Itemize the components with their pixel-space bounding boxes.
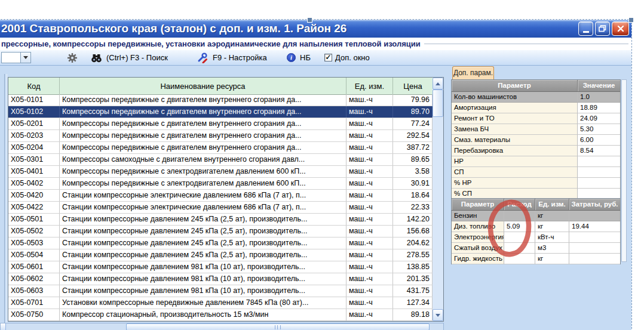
table-row[interactable]: X05-0504Станции компрессорные давлением … <box>8 249 433 261</box>
cell-code: X05-0601 <box>8 261 60 273</box>
combobox-dropdown-button[interactable] <box>20 53 30 63</box>
panel-right-strip <box>621 79 627 262</box>
cell-code: X05-0501 <box>8 214 60 225</box>
table-row[interactable]: X05-0102Компрессоры передвижные с двигат… <box>8 106 433 118</box>
cell-price: 204.62 <box>393 238 433 249</box>
close-button[interactable] <box>612 21 629 36</box>
table-row[interactable]: X05-0503Станции компрессорные давлением … <box>8 238 433 249</box>
table-row[interactable]: X05-0602Станции компрессорные давлением … <box>8 273 433 285</box>
cell-value: 1.0 <box>578 92 620 103</box>
cell-unit: кг <box>535 254 569 264</box>
column-header-price[interactable]: Цена <box>393 78 433 94</box>
table-row[interactable]: X05-0502Станции компрессорные давлением … <box>8 226 433 238</box>
cell-code: X05-0201 <box>8 118 60 129</box>
table-row[interactable]: Гидр. жидкостькг <box>452 254 620 264</box>
settings-menu-item[interactable]: F9 - Настройка <box>213 50 267 65</box>
table-row[interactable]: X05-0422Станции компрессорные электричес… <box>8 202 433 214</box>
table-row[interactable]: X05-0201Компрессоры передвижные с двигат… <box>8 118 433 130</box>
table-row[interactable]: X05-0101Компрессоры передвижные с двигат… <box>8 94 433 106</box>
column-header-name[interactable]: Наименование ресурса <box>60 78 346 94</box>
table-row[interactable]: X05-0601Станции компрессорные давлением … <box>8 261 433 273</box>
cell-value <box>578 178 620 189</box>
table-row[interactable]: % НР <box>452 178 620 189</box>
cell-costs <box>569 243 620 254</box>
cell-unit: маш.-ч <box>346 297 393 309</box>
nb-label[interactable]: НБ <box>300 50 311 65</box>
cell-code: X05-0502 <box>8 226 60 237</box>
cell-name: Станции компрессорные электрические давл… <box>60 190 346 201</box>
column-header-unit2[interactable]: Ед. изм. <box>535 199 569 210</box>
filter-combobox[interactable] <box>1 52 31 63</box>
scroll-left-stub[interactable] <box>1 323 6 330</box>
cell-code: X05-0101 <box>8 94 60 106</box>
minimize-button[interactable] <box>578 21 593 36</box>
vertical-scrollbar[interactable] <box>433 78 443 321</box>
table-row[interactable]: X05-0501Станции компрессорные давлением … <box>8 214 433 226</box>
column-header-value[interactable]: Значение <box>578 80 620 91</box>
cell-value: 18.89 <box>578 103 620 113</box>
column-header-consumption[interactable]: Расход <box>504 199 535 210</box>
cell-unit: маш.-ч <box>346 202 393 213</box>
info-icon[interactable]: i <box>287 53 296 62</box>
gear-icon[interactable] <box>68 53 77 63</box>
column-header-unit[interactable]: Ед. изм. <box>346 78 393 94</box>
table-row[interactable]: Сжатый воздухм3 <box>452 243 620 254</box>
table-row[interactable]: X05-0203Компрессоры передвижные с двигат… <box>8 130 433 142</box>
search-menu-item[interactable]: (Ctrl+) F3 - Поиск <box>106 50 168 65</box>
cell-name: Компрессоры передвижные с двигателем вну… <box>60 118 346 129</box>
table-row[interactable]: СП <box>452 167 620 178</box>
horizontal-scrollbar[interactable] <box>0 323 444 330</box>
table-row[interactable]: Амортизация18.89 <box>452 103 620 113</box>
table-row[interactable]: X05-0402Компрессоры передвижные с электр… <box>8 178 433 190</box>
dop-window-checkbox-label[interactable]: Доп. окно <box>335 50 370 65</box>
column-header-param2[interactable]: Параметр <box>452 199 504 210</box>
title-bar[interactable]: 2001 Ставропольского края (эталон) с доп… <box>0 20 631 38</box>
table-row[interactable]: X05-0204Компрессоры передвижные с двигат… <box>8 142 433 154</box>
cell-code: X05-0602 <box>8 273 60 285</box>
table-row[interactable]: Ремонт и ТО24.09 <box>452 113 620 124</box>
dop-window-checkbox[interactable]: ✓ <box>324 54 332 61</box>
scroll-up-button[interactable] <box>433 78 443 90</box>
table-row[interactable]: Перебазировка8.54 <box>452 146 620 156</box>
scroll-down-button[interactable] <box>433 309 443 321</box>
table-row[interactable]: X05-0603Станции компрессорные давлением … <box>8 285 433 297</box>
table-row[interactable]: X05-0701Установки компрессорные передвиж… <box>8 297 433 309</box>
scrollbar-thumb[interactable] <box>433 90 443 117</box>
consumption-table-header: Параметр Расход Ед. изм. Затраты, руб. <box>452 199 620 211</box>
cell-param: Сжатый воздух <box>452 243 504 254</box>
column-header-costs[interactable]: Затраты, руб. <box>569 199 620 210</box>
selection-handle-top[interactable] <box>307 17 312 23</box>
cell-name: Компрессор стационарный, производительно… <box>60 309 346 320</box>
cell-costs <box>569 232 620 243</box>
horizontal-scrollbar-thumb[interactable] <box>126 323 430 330</box>
params-table-header: Параметр Значение <box>452 80 620 92</box>
cell-costs: 19.44 <box>569 221 620 232</box>
table-row[interactable]: X05-0301Компрессоры самоходные с двигате… <box>8 154 433 166</box>
minimize-icon <box>583 31 589 33</box>
cell-param: Смаз. материалы <box>452 135 578 146</box>
table-row[interactable]: Бензинкг <box>452 211 620 221</box>
table-row[interactable]: Кол-во машинистов1.0 <box>452 92 620 103</box>
chevron-down-icon <box>23 56 28 59</box>
cell-unit: маш.-ч <box>346 285 393 297</box>
cell-unit: маш.-ч <box>346 238 393 249</box>
restore-button[interactable] <box>595 21 610 36</box>
table-row[interactable]: X05-0420Станции компрессорные электричес… <box>8 190 433 202</box>
table-row[interactable]: Замена БЧ5.30 <box>452 124 620 135</box>
column-header-code[interactable]: Код <box>8 78 60 94</box>
table-row[interactable]: НР <box>452 156 620 167</box>
binoculars-search-icon[interactable] <box>91 54 102 63</box>
table-row[interactable]: ЭлектроэнергиякВт-ч <box>452 232 620 243</box>
table-row[interactable]: Смаз. материалы6.00 <box>452 135 620 146</box>
window-title: 2001 Ставропольского края (эталон) с доп… <box>1 20 563 38</box>
selection-handle-top-right[interactable] <box>628 17 634 23</box>
tab-dop-param[interactable]: Доп. парам. <box>452 66 494 79</box>
cell-unit: маш.-ч <box>346 178 393 189</box>
table-row[interactable]: X05-0750Компрессор стационарный, произво… <box>8 309 433 321</box>
settings-wrench-icon[interactable] <box>197 53 208 63</box>
table-row[interactable]: Диз. топливо5.09кг19.44 <box>452 221 620 232</box>
column-header-param[interactable]: Параметр <box>452 80 578 91</box>
cell-param: Диз. топливо <box>452 221 504 232</box>
table-row[interactable]: X05-0401Компрессоры передвижные с электр… <box>8 166 433 178</box>
cell-code: X05-0203 <box>8 130 60 141</box>
